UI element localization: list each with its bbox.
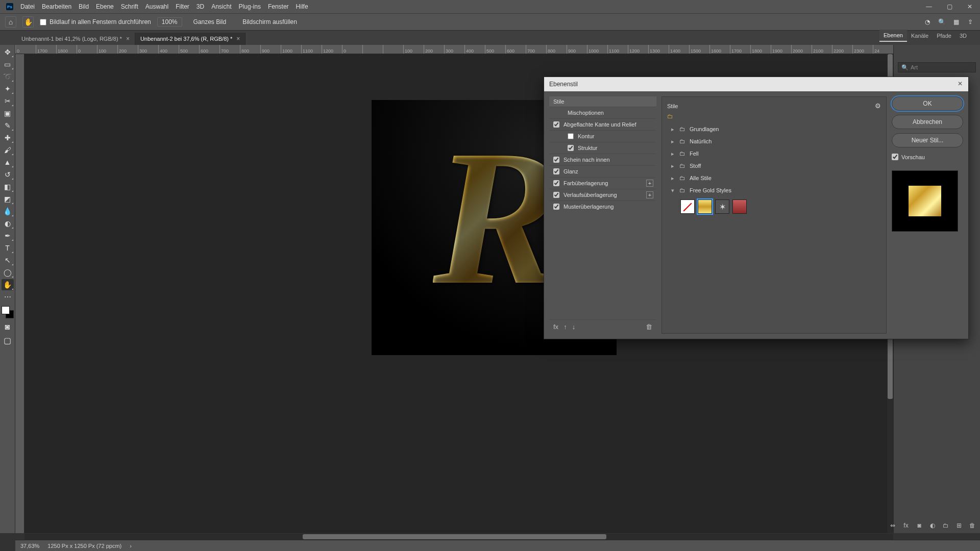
fill-screen-button[interactable]: Bildschirm ausfüllen (237, 17, 302, 27)
eyedropper-tool[interactable]: ✎ (2, 120, 14, 131)
dialog-titlebar[interactable]: Ebenenstil ✕ (544, 77, 968, 91)
menu-item[interactable]: 3D (197, 3, 204, 10)
menu-item[interactable]: Fenster (268, 3, 289, 10)
menu-item[interactable]: Ansicht (211, 3, 231, 10)
gear-icon[interactable]: ⚙ (875, 102, 881, 110)
trash-icon[interactable]: 🗑 (646, 323, 652, 331)
menu-item[interactable]: Datei (20, 3, 35, 10)
document-tab[interactable]: Unbenannt-2 bei 37,6% (R, RGB/8) * × (135, 33, 246, 45)
dialog-close-icon[interactable]: ✕ (955, 79, 965, 89)
style-thumbnail[interactable] (680, 199, 695, 214)
style-folder[interactable]: ▸🗀Fell (669, 147, 879, 160)
style-folder[interactable]: ▸🗀Natürlich (669, 135, 879, 147)
eraser-tool[interactable]: ◧ (2, 181, 14, 192)
more-tools[interactable]: ⋯ (2, 291, 14, 303)
effect-checkbox[interactable] (568, 145, 574, 151)
scroll-all-checkbox[interactable]: Bildlauf in allen Fenstern durchführen (40, 18, 151, 26)
scroll-all-checkbox-input[interactable] (40, 19, 46, 26)
menu-item[interactable]: Bearbeiten (42, 3, 71, 10)
menu-item[interactable]: Auswahl (145, 3, 168, 10)
home-icon[interactable]: ⌂ (5, 16, 16, 28)
preview-checkbox-input[interactable] (892, 154, 898, 160)
effect-item[interactable]: Farbüberlagerung+ (549, 177, 656, 189)
fit-whole-button[interactable]: Ganzes Bild (188, 17, 232, 27)
status-zoom[interactable]: 37,63% (20, 543, 39, 549)
hand-tool-icon[interactable]: ✋ (22, 16, 34, 28)
panel-tab-3d[interactable]: 3D (955, 30, 971, 42)
ellipse-tool[interactable]: ◯ (2, 267, 14, 278)
styles-header[interactable]: Stile (549, 96, 656, 107)
style-folder[interactable]: ▸🗀Stoff (669, 160, 879, 172)
trash-icon[interactable]: 🗑 (968, 521, 977, 530)
maximize-button[interactable]: ▢ (939, 0, 960, 13)
menu-item[interactable]: Ebene (96, 3, 114, 10)
hand-tool[interactable]: ✋ (2, 279, 14, 290)
blend-options-item[interactable]: Mischoptionen (549, 107, 656, 118)
status-chevron-icon[interactable]: › (130, 543, 132, 549)
path-select-tool[interactable]: ↖ (2, 255, 14, 266)
effect-checkbox[interactable] (553, 157, 559, 163)
effect-checkbox[interactable] (553, 121, 559, 128)
pen-tool[interactable]: ✒ (2, 230, 14, 241)
heal-tool[interactable]: ✚ (2, 132, 14, 143)
tab-close-icon[interactable]: × (236, 35, 240, 42)
move-down-icon[interactable]: ↓ (572, 323, 576, 331)
menu-item[interactable]: Bild (79, 3, 89, 10)
minimize-button[interactable]: — (919, 0, 939, 13)
group-icon[interactable]: 🗀 (941, 521, 950, 530)
effect-checkbox[interactable] (553, 204, 559, 210)
brush-tool[interactable]: 🖌 (2, 144, 14, 156)
panel-tab-paths[interactable]: Pfade (933, 30, 955, 42)
search-icon[interactable]: 🔍 (937, 17, 946, 27)
add-effect-icon[interactable]: + (646, 191, 653, 198)
effect-item[interactable]: Verlaufsüberlagerung+ (549, 189, 656, 201)
fx-menu-icon[interactable]: fx (553, 323, 558, 331)
color-swatches[interactable] (1, 305, 15, 319)
style-thumbnail[interactable] (715, 199, 729, 214)
foreground-swatch[interactable] (2, 306, 10, 314)
style-thumbnail[interactable] (732, 199, 747, 214)
fx-icon[interactable]: fx (901, 521, 911, 530)
menu-item[interactable]: Plug-ins (239, 3, 261, 10)
layer-search-input[interactable]: 🔍 Art (898, 62, 976, 72)
effect-checkbox[interactable] (568, 133, 574, 139)
type-tool[interactable]: T (2, 242, 14, 254)
preview-checkbox[interactable]: Vorschau (892, 154, 963, 160)
effect-item[interactable]: Kontur (549, 130, 656, 142)
effect-checkbox[interactable] (553, 192, 559, 198)
effect-item[interactable]: Struktur (549, 142, 656, 154)
new-layer-icon[interactable]: ⊞ (954, 521, 964, 530)
horizontal-scrollbar[interactable] (24, 534, 893, 540)
link-icon[interactable]: ⇔ (888, 521, 897, 530)
move-tool[interactable]: ✥ (2, 46, 14, 58)
blur-tool[interactable]: 💧 (2, 206, 14, 217)
effect-item[interactable]: Glanz (549, 165, 656, 177)
document-tab[interactable]: Unbenannt-1 bei 41,2% (Logo, RGB/8) * × (16, 33, 135, 45)
marquee-tool[interactable]: ▭ (2, 59, 14, 70)
crop-tool[interactable]: ✂ (2, 95, 14, 107)
zoom-value[interactable]: 100% (157, 17, 182, 27)
history-brush-tool[interactable]: ↺ (2, 169, 14, 180)
quick-mask-icon[interactable]: ◙ (2, 321, 14, 333)
menu-item[interactable]: Filter (176, 3, 189, 10)
workspace-icon[interactable]: ▦ (951, 17, 961, 27)
status-docinfo[interactable]: 1250 Px x 1250 Px (72 ppcm) (47, 543, 121, 549)
frame-tool[interactable]: ▣ (2, 108, 14, 119)
style-thumbnail[interactable] (698, 199, 712, 214)
style-folder[interactable]: ▾🗀Free Gold Styles (669, 184, 879, 196)
new-style-button[interactable]: Neuer Stil... (892, 133, 963, 147)
dodge-tool[interactable]: ◐ (2, 218, 14, 229)
stamp-tool[interactable]: ▲ (2, 157, 14, 168)
effect-item[interactable]: Schein nach innen (549, 154, 656, 165)
effect-checkbox[interactable] (553, 168, 559, 174)
style-folder[interactable]: ▸🗀Alle Stile (669, 172, 879, 184)
tab-close-icon[interactable]: × (126, 35, 130, 42)
effect-checkbox[interactable] (553, 180, 559, 186)
move-up-icon[interactable]: ↑ (564, 323, 567, 331)
menu-item[interactable]: Schrift (121, 3, 138, 10)
panel-tab-layers[interactable]: Ebenen (879, 30, 907, 42)
style-folder[interactable]: ▸🗀Grundlagen (669, 123, 879, 135)
menu-item[interactable]: Hilfe (296, 3, 308, 10)
mask-icon[interactable]: ◙ (915, 521, 924, 530)
effect-item[interactable]: Abgeflachte Kante und Relief (549, 118, 656, 130)
